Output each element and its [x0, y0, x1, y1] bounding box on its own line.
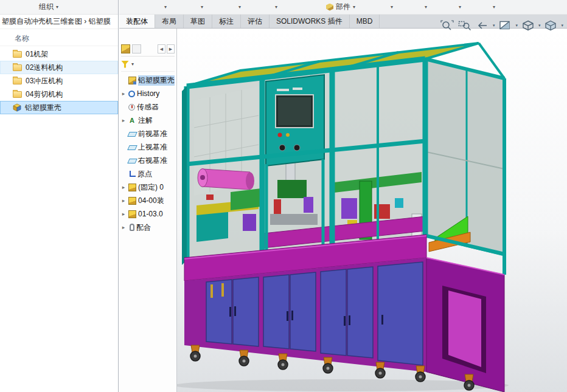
tree-item[interactable]: 上视基准 — [119, 140, 176, 154]
tab-evaluate[interactable]: 评估 — [241, 15, 270, 28]
zoom-to-area-icon[interactable] — [457, 19, 472, 32]
plane-icon — [127, 145, 137, 150]
display-style-icon[interactable] — [543, 19, 558, 32]
component-icon — [128, 184, 136, 191]
right-enclosure[interactable] — [426, 59, 504, 255]
plane-icon — [127, 159, 137, 163]
tree-item[interactable]: 右视基准 — [119, 154, 176, 167]
folder-icon — [13, 78, 22, 84]
tree-filter-bar: ▾ — [121, 57, 175, 72]
chevron-down-icon: ▾ — [56, 4, 58, 10]
component-cube-icon — [326, 4, 333, 11]
expand-arrow-icon[interactable]: ▸ — [120, 211, 127, 217]
view-orientation-icon[interactable] — [521, 19, 535, 32]
zoom-to-fit-icon[interactable] — [440, 19, 454, 32]
chevron-down-icon[interactable]: ▾ — [164, 4, 167, 10]
tree-item[interactable]: ▸ (固定) 0 — [119, 181, 176, 194]
tree-item[interactable]: ▸ 01-03.0 — [119, 207, 176, 221]
tab-assembly[interactable]: 装配体 — [119, 15, 155, 28]
machine-3d-model[interactable] — [119, 29, 567, 392]
tree-item[interactable]: 前视基准 — [119, 127, 176, 140]
feature-tree: 铝塑膜重壳 ▸ History 传感器 ▸ 注解 — [119, 74, 176, 234]
component-icon — [128, 197, 136, 205]
tree-item[interactable]: ▸ 注解 — [119, 114, 176, 127]
expand-arrow-icon[interactable]: ▸ — [120, 91, 127, 97]
screen: 组织 ▾ 塑膜自动冲壳机三维套图 › 铝塑膜 名称 01机架 02送料机构 03… — [0, 0, 567, 392]
section-view-icon[interactable] — [498, 19, 512, 32]
tab-scroll-right-icon[interactable]: ▶ — [167, 44, 175, 53]
chevron-down-icon[interactable]: ▾ — [391, 4, 393, 10]
folder-icon — [13, 91, 22, 98]
mates-icon — [130, 224, 134, 231]
tree-item[interactable]: 原点 — [119, 167, 176, 181]
chevron-down-icon: ▾ — [353, 4, 355, 10]
chevron-down-icon[interactable]: ▾ — [238, 4, 241, 10]
component-icon — [128, 210, 136, 218]
explorer-toolbar: 组织 ▾ — [0, 0, 118, 15]
annotations-icon — [128, 117, 136, 125]
tab-scroll-left-icon[interactable]: ◀ — [158, 44, 165, 53]
chevron-down-icon[interactable]: ▾ — [459, 4, 461, 10]
list-item[interactable]: 01机架 — [0, 47, 118, 61]
solidworks-window: ▾ ▾ ▾ ▾ 部件 ▾ ▾ ▾ ▾ ▾ 装配体 布局 草图 标注 评估 SOL… — [119, 0, 567, 392]
folder-icon — [13, 64, 22, 71]
chevron-down-icon[interactable]: ▾ — [561, 23, 563, 28]
breadcrumb[interactable]: 塑膜自动冲壳机三维套图 › 铝塑膜 — [0, 15, 118, 29]
list-item[interactable]: 04剪切机构 — [0, 88, 118, 101]
ribbon-top-strip: ▾ ▾ ▾ ▾ 部件 ▾ ▾ ▾ ▾ ▾ — [119, 0, 567, 15]
expand-arrow-icon[interactable]: ▸ — [120, 184, 127, 190]
organize-label: 组织 — [39, 2, 54, 12]
tab-layout[interactable]: 布局 — [155, 15, 184, 28]
feature-manager-panel: ◀ ▶ ▾ 铝塑膜重壳 ▸ History — [119, 29, 177, 392]
file-list: 01机架 02送料机构 03冲压机构 04剪切机构 铝塑膜重壳 — [0, 47, 118, 114]
chevron-down-icon[interactable]: ▾ — [275, 4, 277, 10]
list-item[interactable]: 02送料机构 — [0, 61, 118, 74]
chevron-down-icon[interactable]: ▾ — [201, 4, 203, 10]
name-column-header[interactable]: 名称 — [0, 32, 118, 46]
shadow — [174, 379, 509, 391]
tab-sketch[interactable]: 草图 — [184, 15, 212, 28]
list-item[interactable]: 铝塑膜重壳 — [0, 101, 118, 114]
expand-arrow-icon[interactable]: ▸ — [120, 117, 127, 123]
assembly-icon — [128, 77, 136, 84]
tree-item[interactable]: 传感器 — [119, 100, 176, 114]
file-explorer: 组织 ▾ 塑膜自动冲壳机三维套图 › 铝塑膜 名称 01机架 02送料机构 03… — [0, 0, 119, 392]
folder-icon — [13, 51, 22, 58]
previous-view-icon[interactable] — [475, 19, 490, 32]
feature-tree-tab-icon[interactable] — [121, 44, 130, 53]
list-item[interactable]: 03冲压机构 — [0, 74, 118, 88]
chevron-down-icon[interactable]: ▾ — [493, 4, 495, 10]
tab-mbd[interactable]: MBD — [350, 15, 380, 28]
frame-left-edge — [182, 86, 187, 265]
tab-annotate[interactable]: 标注 — [212, 15, 241, 28]
organize-button[interactable]: 组织 ▾ — [39, 2, 58, 12]
chevron-down-icon[interactable]: ▾ — [515, 23, 518, 28]
origin-icon — [130, 171, 136, 177]
tree-item[interactable]: ▸ History — [119, 87, 176, 100]
property-manager-tab-icon[interactable] — [132, 44, 141, 53]
tree-root-item[interactable]: 铝塑膜重壳 — [119, 74, 176, 87]
expand-arrow-icon[interactable]: ▸ — [120, 198, 127, 204]
breadcrumb-text: 塑膜自动冲壳机三维套图 › 铝塑膜 — [2, 16, 111, 27]
plane-icon — [127, 132, 137, 137]
chevron-down-icon[interactable]: ▾ — [425, 4, 427, 10]
solidworks-assembly-icon — [13, 103, 21, 112]
tree-item[interactable]: ▸ 04-00装 — [119, 194, 176, 207]
chevron-down-icon[interactable]: ▾ — [131, 61, 134, 67]
right-cabinet[interactable] — [426, 258, 504, 392]
chevron-down-icon[interactable]: ▾ — [493, 23, 495, 28]
tab-addins[interactable]: SOLIDWORKS 插件 — [270, 15, 350, 28]
expand-arrow-icon[interactable]: ▸ — [120, 224, 127, 230]
chevron-down-icon[interactable]: ▾ — [538, 23, 541, 28]
heads-up-toolbar: ▾ ▾ ▾ ▾ — [440, 19, 563, 32]
feature-manager-tabs: ◀ ▶ — [121, 42, 175, 57]
sensors-icon — [128, 104, 135, 111]
history-icon — [128, 91, 135, 97]
graphics-viewport[interactable] — [119, 29, 567, 392]
filter-icon[interactable] — [121, 61, 129, 68]
component-button[interactable]: 部件 ▾ — [326, 2, 355, 12]
tree-item[interactable]: ▸ 配合 — [119, 221, 176, 234]
